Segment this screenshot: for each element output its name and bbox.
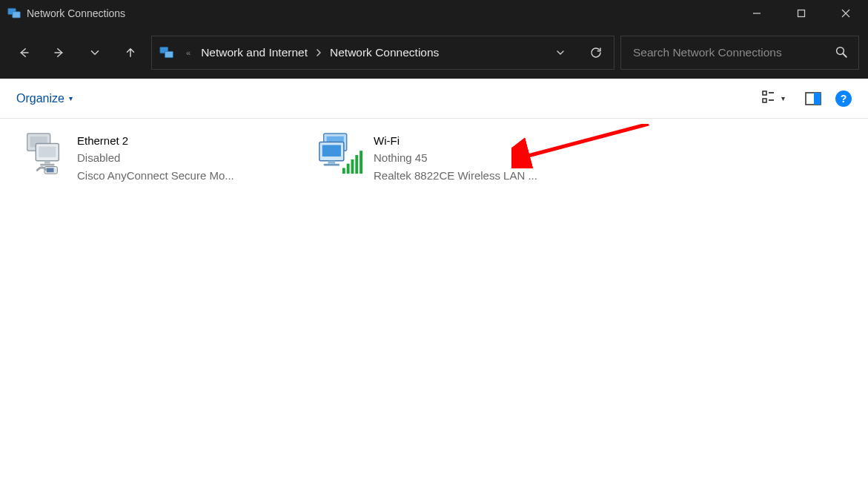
search-input[interactable] xyxy=(632,45,830,60)
svg-rect-3 xyxy=(798,10,805,17)
items-view[interactable]: Ethernet 2 Disabled Cisco AnyConnect Sec… xyxy=(0,119,868,477)
svg-rect-17 xyxy=(814,93,821,105)
svg-rect-32 xyxy=(342,168,345,174)
address-bar-icon xyxy=(158,45,176,60)
chevron-left-icon: « xyxy=(186,48,191,57)
address-bar[interactable]: « Network and Internet Network Connectio… xyxy=(151,36,614,70)
svg-rect-35 xyxy=(355,155,358,174)
organize-menu[interactable]: Organize ▾ xyxy=(16,92,73,105)
svg-rect-33 xyxy=(347,164,350,174)
svg-rect-1 xyxy=(13,12,21,18)
connection-item-wifi[interactable]: Wi-Fi Nothing 45 Realtek 8822CE Wireless… xyxy=(313,129,580,187)
connection-name: Ethernet 2 xyxy=(77,132,234,149)
svg-rect-9 xyxy=(165,51,173,57)
back-button[interactable] xyxy=(9,38,39,68)
search-box[interactable] xyxy=(620,36,859,70)
wifi-active-icon xyxy=(316,132,363,180)
help-button[interactable]: ? xyxy=(835,91,852,107)
minimize-button[interactable] xyxy=(735,0,779,27)
up-button[interactable] xyxy=(116,38,145,68)
svg-rect-29 xyxy=(322,145,341,157)
address-bar-history-button[interactable] xyxy=(543,36,578,69)
breadcrumb-parent[interactable]: Network and Internet xyxy=(196,46,312,59)
svg-rect-34 xyxy=(351,159,354,174)
svg-rect-30 xyxy=(328,161,336,164)
connection-item-ethernet[interactable]: Ethernet 2 Disabled Cisco AnyConnect Sec… xyxy=(16,129,283,187)
window-title: Network Connections xyxy=(27,7,125,19)
svg-rect-31 xyxy=(324,164,339,166)
svg-rect-21 xyxy=(39,146,56,157)
title-bar: Network Connections xyxy=(0,0,868,27)
forward-button[interactable] xyxy=(44,38,74,68)
svg-rect-36 xyxy=(360,151,362,174)
chevron-right-icon xyxy=(315,46,322,59)
connection-device: Realtek 8822CE Wireless LAN ... xyxy=(374,167,537,184)
connection-status: Disabled xyxy=(77,149,234,166)
preview-pane-button[interactable] xyxy=(798,85,828,112)
search-icon[interactable] xyxy=(830,45,852,61)
command-bar: Organize ▾ ▾ ? xyxy=(0,79,868,119)
refresh-button[interactable] xyxy=(578,36,614,69)
help-icon: ? xyxy=(841,93,847,105)
view-options-button[interactable]: ▾ xyxy=(762,91,785,107)
maximize-button[interactable] xyxy=(779,0,824,27)
connection-device: Cisco AnyConnect Secure Mo... xyxy=(77,167,234,184)
close-button[interactable] xyxy=(824,0,868,27)
ethernet-disabled-icon xyxy=(19,132,67,180)
chevron-down-icon: ▾ xyxy=(781,94,785,102)
recent-locations-button[interactable] xyxy=(80,38,110,68)
svg-line-11 xyxy=(843,53,847,57)
breadcrumb-current[interactable]: Network Connections xyxy=(325,46,443,59)
organize-label: Organize xyxy=(16,92,64,105)
view-list-icon xyxy=(762,91,777,107)
svg-rect-13 xyxy=(763,99,766,102)
connection-name: Wi-Fi xyxy=(374,132,537,149)
navigation-bar: « Network and Internet Network Connectio… xyxy=(0,27,868,79)
chevron-down-icon: ▾ xyxy=(69,94,73,102)
svg-rect-25 xyxy=(47,168,54,172)
connection-status: Nothing 45 xyxy=(374,149,537,166)
svg-rect-12 xyxy=(763,91,766,95)
svg-rect-22 xyxy=(44,161,50,164)
svg-rect-23 xyxy=(40,164,54,166)
network-connections-app-icon xyxy=(7,7,21,20)
